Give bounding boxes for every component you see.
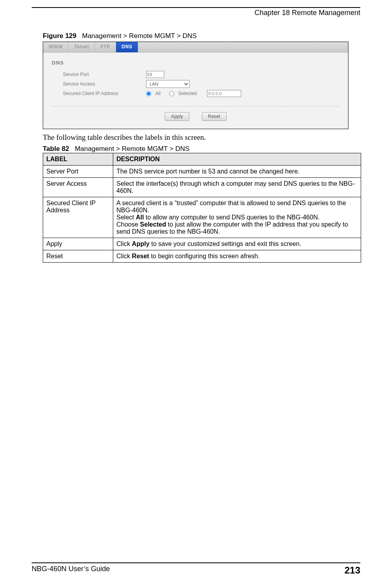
cell-desc: Select the interface(s) through which a … xyxy=(113,178,361,197)
cell-label: Secured Client IP Address xyxy=(43,197,113,238)
label-service-access: Service Access xyxy=(63,81,146,87)
secured-client-ip-input[interactable] xyxy=(207,90,241,97)
desc-bold: Reset xyxy=(132,253,149,259)
service-access-select[interactable]: LAN xyxy=(146,80,190,88)
figure-caption-text: Management > Remote MGMT > DNS xyxy=(82,32,197,40)
desc-line: to allow any computer to send DNS querie… xyxy=(144,214,320,221)
apply-button[interactable]: Apply xyxy=(165,112,189,121)
reset-button[interactable]: Reset xyxy=(202,112,226,121)
desc-line: Choose xyxy=(116,221,140,228)
th-label: LABEL xyxy=(43,153,113,166)
cell-label: Reset xyxy=(43,250,113,263)
label-secured-client-ip: Secured Client IP Address xyxy=(63,91,146,96)
cell-desc: Click Reset to begin configuring this sc… xyxy=(113,250,361,263)
chapter-header: Chapter 18 Remote Management xyxy=(32,9,360,17)
cell-desc: A secured client is a “trusted” computer… xyxy=(113,197,361,238)
th-description: DESCRIPTION xyxy=(113,153,361,166)
table-row: Reset Click Reset to begin configuring t… xyxy=(43,250,361,263)
radio-all[interactable] xyxy=(146,91,151,96)
table-row: Apply Click Apply to save your customize… xyxy=(43,238,361,250)
tab-bar: WWW Telnet FTP DNS xyxy=(43,42,348,53)
cell-label: Server Access xyxy=(43,178,113,197)
radio-selected[interactable] xyxy=(169,91,174,96)
cell-label: Server Port xyxy=(43,166,113,178)
radio-selected-label: Selected xyxy=(178,91,197,96)
radio-all-label: All xyxy=(155,91,160,96)
footer-page-number: 213 xyxy=(344,565,360,576)
desc-bold: Selected xyxy=(140,221,166,228)
table-caption: Table 82 Management > Remote MGMT > DNS xyxy=(43,145,360,153)
remote-mgmt-dns-screenshot: WWW Telnet FTP DNS DNS Service Port Serv… xyxy=(43,42,348,129)
desc-line: to begin configuring this screen afresh. xyxy=(149,253,260,259)
desc-line: Select xyxy=(116,214,136,221)
description-table: LABEL DESCRIPTION Server Port The DNS se… xyxy=(43,153,361,263)
form-divider xyxy=(52,106,339,107)
cell-desc: Click Apply to save your customized sett… xyxy=(113,238,361,250)
desc-line: A secured client is a “trusted” computer… xyxy=(116,200,346,213)
cell-desc: The DNS service port number is 53 and ca… xyxy=(113,166,361,178)
desc-bold: Apply xyxy=(132,240,149,247)
table-row: Server Port The DNS service port number … xyxy=(43,166,361,178)
tab-ftp[interactable]: FTP xyxy=(95,42,116,52)
tab-dns[interactable]: DNS xyxy=(116,42,138,52)
cell-label: Apply xyxy=(43,238,113,250)
tab-telnet[interactable]: Telnet xyxy=(69,42,95,52)
figure-caption: Figure 129 Management > Remote MGMT > DN… xyxy=(43,32,360,40)
desc-bold: All xyxy=(136,214,144,221)
tab-www[interactable]: WWW xyxy=(43,42,69,52)
figure-label: Figure 129 xyxy=(43,32,76,40)
intro-paragraph: The following table describes the labels… xyxy=(43,133,360,142)
footer-guide-title: NBG-460N User’s Guide xyxy=(32,565,110,576)
table-row: Secured Client IP Address A secured clie… xyxy=(43,197,361,238)
table-row: Server Access Select the interface(s) th… xyxy=(43,178,361,197)
section-title-dns: DNS xyxy=(52,60,339,66)
label-service-port: Service Port xyxy=(63,72,146,77)
desc-line: Click xyxy=(116,240,132,247)
table-caption-text: Management > Remote MGMT > DNS xyxy=(75,145,190,152)
desc-line: Click xyxy=(116,253,132,259)
table-label: Table 82 xyxy=(43,145,69,152)
desc-line: to save your customized settings and exi… xyxy=(150,240,301,247)
service-port-input[interactable] xyxy=(146,71,164,78)
page-footer: NBG-460N User’s Guide 213 xyxy=(32,562,360,576)
